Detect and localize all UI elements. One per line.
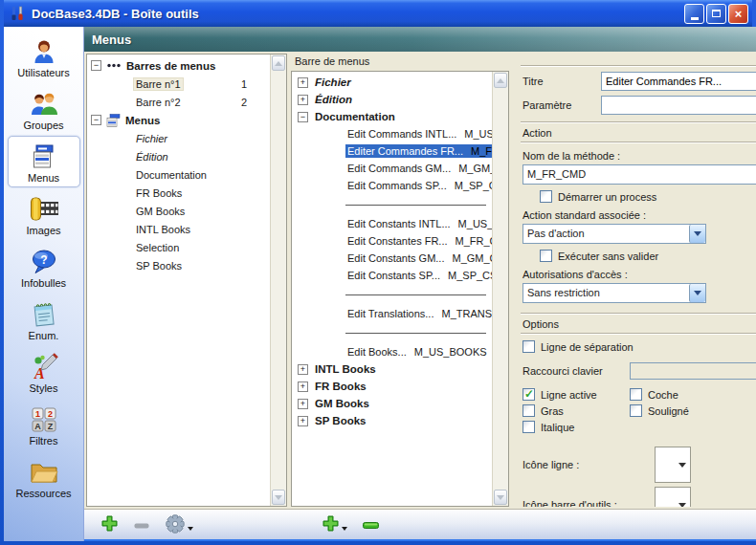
menu-row[interactable]: +INTL Books <box>292 360 492 378</box>
option-checkbox-row[interactable]: Gras <box>523 404 630 417</box>
menu-row[interactable]: Edit Constantes FR...M_FR_CST <box>292 232 492 250</box>
remove-entry-button[interactable] <box>360 512 382 537</box>
raccourci-input[interactable] <box>630 362 756 380</box>
scroll-up-icon[interactable] <box>494 73 507 88</box>
menu-row[interactable]: Edit Commands GM...M_GM_CMD <box>292 160 492 177</box>
minimize-button[interactable] <box>684 4 704 24</box>
tree-row[interactable]: −Menus <box>87 111 270 129</box>
menu-row[interactable]: Edit Commands SP...M_SP_CMD <box>292 177 492 194</box>
menu-row[interactable]: Editer Commandes FR...M_FR_CMD <box>292 142 492 160</box>
sidebar-item-infobulles[interactable]: ?Infobulles <box>8 241 80 293</box>
expander-icon[interactable]: − <box>91 60 101 71</box>
demarrer-checkbox-row[interactable]: Démarrer un process <box>540 190 756 203</box>
expander-icon[interactable]: + <box>298 77 308 88</box>
sidebar-item-enum[interactable]: Enum. <box>8 294 80 345</box>
tree-row[interactable]: INTL Books <box>87 220 270 238</box>
add-entry-button[interactable] <box>319 512 350 537</box>
sidebar-item-images[interactable]: Images <box>8 188 80 240</box>
tree-row[interactable]: Barre n°11 <box>87 75 270 93</box>
ligne-separation-checkbox-row[interactable]: Ligne de séparation <box>523 340 756 353</box>
option-checkbox-row[interactable]: Ligne active <box>523 388 630 401</box>
option-checkbox-row[interactable]: Coche <box>630 388 756 401</box>
autorisations-combobox[interactable]: Sans restriction <box>523 283 706 303</box>
menu-node-label: Édition <box>315 94 352 105</box>
methode-combobox[interactable]: M_FR_CMD <box>523 164 756 185</box>
close-button[interactable]: × <box>728 4 748 24</box>
group-icon <box>9 88 79 119</box>
tree-row[interactable]: Fichier <box>87 129 270 147</box>
option-checkbox-row[interactable]: Souligné <box>630 404 756 417</box>
sidebar-item-styles[interactable]: AStyles <box>8 346 80 398</box>
sidebar-item-ressources[interactable]: Ressources <box>8 451 80 503</box>
settings-button[interactable] <box>162 512 196 537</box>
ligne-separation-checkbox[interactable] <box>523 340 535 353</box>
expander-icon[interactable]: + <box>298 382 308 392</box>
icone-ligne-dropdown[interactable] <box>655 447 691 483</box>
option-checkbox[interactable] <box>523 388 535 401</box>
sidebar-item-label: Infobulles <box>9 277 79 289</box>
option-checkbox-row[interactable]: Italique <box>523 421 630 433</box>
titre-input[interactable] <box>601 72 756 91</box>
maximize-button[interactable] <box>706 4 726 24</box>
chevron-down-icon[interactable] <box>689 284 705 302</box>
scroll-down-icon[interactable] <box>272 490 285 505</box>
menu-row[interactable]: +Fichier <box>292 74 492 91</box>
menu-entry: Edit Constants SP...M_SP_CST <box>345 269 505 282</box>
add-bar-button[interactable] <box>98 512 122 537</box>
menu-row[interactable]: Edit Commands INTL...M_US_CMD <box>292 125 492 142</box>
icone-barre-dropdown[interactable] <box>655 487 691 507</box>
menu-row[interactable]: Edit Translations...M_TRANS <box>292 305 492 322</box>
scroll-down-icon[interactable] <box>494 490 507 505</box>
action-std-combobox[interactable]: Pas d'action <box>523 224 706 244</box>
option-checkbox[interactable] <box>630 404 642 417</box>
expander-icon[interactable]: − <box>91 115 101 125</box>
sidebar-item-menus[interactable]: Menus <box>8 136 80 187</box>
expander-icon[interactable]: − <box>298 112 308 122</box>
menu-row[interactable]: +GM Books <box>292 395 492 412</box>
executer-checkbox-row[interactable]: Exécuter sans valider <box>540 250 756 262</box>
expander-icon[interactable]: + <box>298 364 308 375</box>
scroll-up-icon[interactable] <box>272 55 285 71</box>
menu-row[interactable]: Edit Constants GM...M_GM_CST <box>292 250 492 267</box>
tree-row[interactable]: SP Books <box>87 256 270 274</box>
option-checkbox[interactable] <box>630 388 642 401</box>
menu-row[interactable]: +FR Books <box>292 378 492 395</box>
menu-entry-label: Edit Commands GM... <box>347 163 451 174</box>
executer-checkbox[interactable] <box>540 250 552 262</box>
menu-row[interactable]: −Documentation <box>292 108 492 125</box>
menubar-panel-title: Barre de menus <box>291 54 509 71</box>
option-checkbox[interactable] <box>523 404 535 417</box>
menu-row[interactable]: Edit Books...M_US_BOOKS <box>292 343 492 360</box>
sidebar-item-filtres[interactable]: 12AZFiltres <box>8 399 80 450</box>
tree-item-value: 2 <box>241 97 247 108</box>
expander-icon[interactable]: + <box>298 399 308 409</box>
menu-row[interactable]: +Édition <box>292 91 492 108</box>
tree-row[interactable]: Édition <box>87 147 270 165</box>
list-scrollbar[interactable] <box>492 72 508 506</box>
tree-row[interactable]: −Barres de menus <box>87 56 270 75</box>
demarrer-checkbox[interactable] <box>540 190 552 203</box>
sidebar-item-label: Enum. <box>9 330 79 341</box>
demarrer-checkbox-label: Démarrer un process <box>558 191 656 203</box>
tree-row[interactable]: Barre n°22 <box>87 93 270 111</box>
expander-icon[interactable]: + <box>298 416 308 426</box>
app-icon <box>10 5 27 22</box>
tree-item-label: Fichier <box>133 132 170 145</box>
sidebar-item-utilisateurs[interactable]: Utilisateurs <box>8 31 80 82</box>
tree-row[interactable]: GM Books <box>87 202 270 220</box>
option-checkbox[interactable] <box>523 421 535 433</box>
parametre-input[interactable] <box>601 96 756 115</box>
menu-row[interactable]: Edit Constants INTL...M_US_CST <box>292 215 492 232</box>
tree-row[interactable]: Selection <box>87 238 270 256</box>
tree-row[interactable]: Documentation <box>87 165 270 184</box>
menu-entry: Editer Commandes FR...M_FR_CMD <box>345 144 509 158</box>
tooltip-icon: ? <box>9 246 79 276</box>
expander-icon[interactable]: + <box>298 95 308 105</box>
menu-row[interactable]: +SP Books <box>292 412 492 429</box>
chevron-down-icon[interactable] <box>689 225 705 243</box>
tree-scrollbar[interactable] <box>270 54 286 506</box>
remove-bar-button[interactable] <box>131 512 152 537</box>
menu-row[interactable]: Edit Constants SP...M_SP_CST <box>292 267 492 284</box>
sidebar-item-groupes[interactable]: Groupes <box>8 83 80 135</box>
tree-row[interactable]: FR Books <box>87 184 270 202</box>
